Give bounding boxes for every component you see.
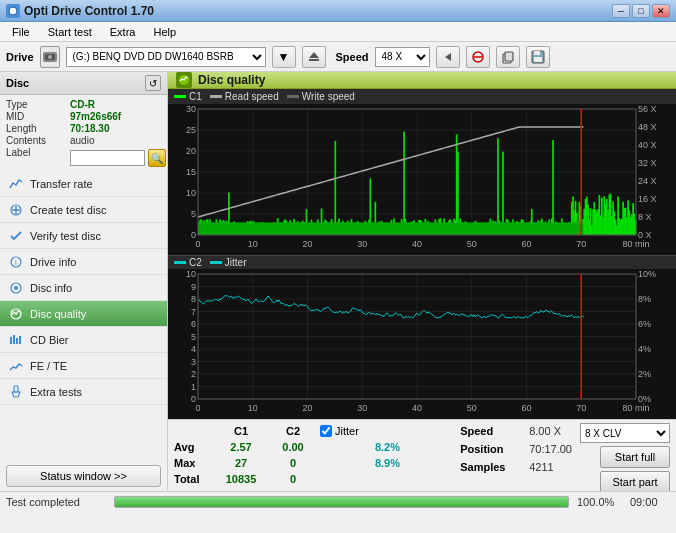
sidebar-item-drive-info[interactable]: i Drive info	[0, 249, 167, 275]
minimize-button[interactable]: ─	[612, 4, 630, 18]
chart1-canvas	[168, 104, 676, 255]
stats-table: C1 C2 Jitter Avg 2.57 0.00 8.2% Max	[174, 423, 442, 487]
c2-legend-label: C2	[189, 257, 202, 268]
write-speed-legend-label: Write speed	[302, 91, 355, 102]
jitter-checkbox[interactable]	[320, 425, 332, 437]
svg-rect-10	[505, 52, 513, 61]
disc-refresh-button[interactable]: ↺	[145, 75, 161, 91]
eject-button[interactable]	[302, 46, 326, 68]
chart1-container	[168, 104, 676, 256]
position-label: Position	[460, 441, 525, 457]
drive-dropdown-arrow[interactable]: ▼	[272, 46, 296, 68]
drive-info-icon: i	[8, 254, 24, 270]
max-jitter: 8.9%	[320, 455, 400, 471]
svg-rect-24	[16, 338, 18, 344]
svg-rect-25	[19, 336, 21, 344]
svg-rect-13	[534, 57, 542, 62]
maximize-button[interactable]: □	[632, 4, 650, 18]
sidebar-item-verify-test-disc[interactable]: Verify test disc	[0, 223, 167, 249]
col-c1-header: C1	[216, 423, 266, 439]
svg-point-20	[14, 286, 18, 290]
contents-value: audio	[70, 135, 166, 146]
erase-button[interactable]	[466, 46, 490, 68]
speed-stat-value: 8.00 X	[529, 423, 572, 439]
legend-c1: C1	[174, 91, 202, 102]
sidebar-item-cd-bler[interactable]: CD Bier	[0, 327, 167, 353]
jitter-legend-label: Jitter	[225, 257, 247, 268]
stats-panel: C1 C2 Jitter Avg 2.57 0.00 8.2% Max	[168, 419, 676, 491]
disc-info-panel: Type CD-R MID 97m26s66f Length 70:18.30 …	[0, 95, 167, 171]
sidebar-item-transfer-rate[interactable]: Transfer rate	[0, 171, 167, 197]
disc-quality-label: Disc quality	[30, 308, 86, 320]
label-row: 🔍	[70, 149, 166, 167]
avg-c1: 2.57	[216, 439, 266, 455]
sidebar-item-disc-quality[interactable]: Disc quality	[0, 301, 167, 327]
total-c2: 0	[268, 471, 318, 487]
svg-rect-12	[534, 51, 540, 55]
sidebar-item-fe-te[interactable]: FE / TE	[0, 353, 167, 379]
sidebar-item-create-test-disc[interactable]: Create test disc	[0, 197, 167, 223]
contents-label: Contents	[6, 135, 66, 146]
drive-icon	[40, 46, 60, 68]
length-value: 70:18.30	[70, 123, 166, 134]
title-text: Opti Drive Control 1.70	[24, 4, 154, 18]
stats-total-row: Total 10835 0	[174, 471, 442, 487]
svg-point-3	[48, 55, 52, 59]
cd-bler-label: CD Bier	[30, 334, 69, 346]
jitter-color-swatch	[210, 261, 222, 264]
status-window-button[interactable]: Status window >>	[6, 465, 161, 487]
max-label: Max	[174, 455, 214, 471]
menu-start-test[interactable]: Start test	[40, 24, 100, 40]
app-icon	[6, 4, 20, 18]
fe-te-label: FE / TE	[30, 360, 67, 372]
svg-marker-4	[309, 52, 319, 58]
read-speed-color-swatch	[210, 95, 222, 98]
total-label: Total	[174, 471, 214, 487]
cd-bler-icon	[8, 332, 24, 348]
close-button[interactable]: ✕	[652, 4, 670, 18]
charts-area: C1 Read speed Write speed C2	[168, 89, 676, 419]
menu-bar: File Start test Extra Help	[0, 22, 676, 42]
disc-quality-header: Disc quality	[168, 72, 676, 89]
type-label: Type	[6, 99, 66, 110]
legend-read-speed: Read speed	[210, 91, 279, 102]
prev-button[interactable]	[436, 46, 460, 68]
menu-extra[interactable]: Extra	[102, 24, 144, 40]
label-input[interactable]	[70, 150, 145, 166]
speed-select[interactable]: 48 X	[375, 47, 430, 67]
extra-tests-icon	[8, 384, 24, 400]
save-button[interactable]	[526, 46, 550, 68]
col-c2-header: C2	[268, 423, 318, 439]
right-buttons: 8 X CLV Start full Start part	[580, 423, 670, 491]
position-value: 70:17.00	[529, 441, 572, 457]
sidebar-item-disc-info[interactable]: Disc info	[0, 275, 167, 301]
window-controls: ─ □ ✕	[612, 4, 670, 18]
legend: C1 Read speed Write speed	[168, 89, 676, 104]
drive-select[interactable]: (G:) BENQ DVD DD DW1640 BSRB	[66, 47, 266, 67]
disc-quality-title: Disc quality	[198, 73, 265, 87]
start-part-button[interactable]: Start part	[600, 471, 670, 491]
svg-text:i: i	[15, 258, 17, 267]
menu-file[interactable]: File	[4, 24, 38, 40]
label-search-button[interactable]: 🔍	[148, 149, 166, 167]
total-c1: 10835	[216, 471, 266, 487]
total-jitter	[320, 471, 400, 487]
disc-info-icon	[8, 280, 24, 296]
disc-header: Disc ↺	[0, 72, 167, 95]
mid-value: 97m26s66f	[70, 111, 166, 122]
copy-button[interactable]	[496, 46, 520, 68]
c2-color-swatch	[174, 261, 186, 264]
stats-header-row: C1 C2 Jitter	[174, 423, 442, 439]
start-full-button[interactable]: Start full	[600, 446, 670, 468]
svg-rect-23	[13, 335, 15, 344]
svg-point-0	[9, 7, 17, 15]
max-c2: 0	[268, 455, 318, 471]
svg-marker-6	[445, 53, 451, 61]
create-test-disc-icon	[8, 202, 24, 218]
title-bar-left: Opti Drive Control 1.70	[6, 4, 154, 18]
speed-clv-select[interactable]: 8 X CLV	[580, 423, 670, 443]
sidebar-item-extra-tests[interactable]: Extra tests	[0, 379, 167, 405]
menu-help[interactable]: Help	[145, 24, 184, 40]
c1-color-swatch	[174, 95, 186, 98]
stats-max-row: Max 27 0 8.9%	[174, 455, 442, 471]
